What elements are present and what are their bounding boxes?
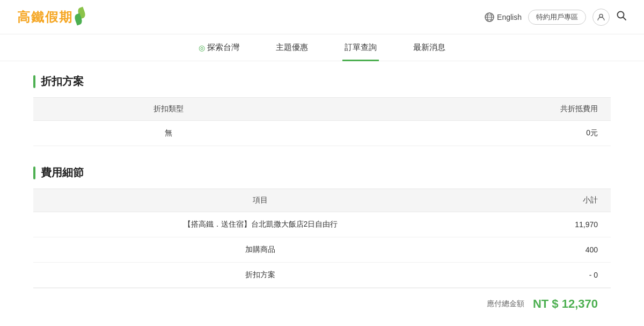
cost-subtotal-0: 11,970	[488, 212, 611, 237]
table-row: 折扣方案 - 0	[33, 263, 611, 288]
cost-item-2: 折扣方案	[33, 263, 488, 288]
discount-table: 折扣類型 共折抵費用 無 0元	[33, 97, 611, 146]
user-icon	[597, 13, 605, 21]
cost-subtotal-1: 400	[488, 237, 611, 263]
discount-col-amount: 共折抵費用	[304, 98, 611, 121]
svg-line-7	[623, 17, 626, 20]
cost-section-title: 費用細節	[33, 165, 611, 180]
cost-col-item: 項目	[33, 189, 488, 212]
cost-table-header: 項目 小計	[33, 189, 611, 212]
language-button[interactable]: English	[485, 12, 522, 22]
discount-table-body: 無 0元	[33, 121, 611, 146]
table-row: 【搭高鐵．送住宿】台北凱撒大飯店2日自由行 11,970	[33, 212, 611, 237]
discount-amount-cell: 0元	[304, 121, 611, 146]
cost-subtotal-2: - 0	[488, 263, 611, 288]
user-icon-button[interactable]	[592, 9, 610, 26]
nav-label-news: 最新消息	[413, 42, 445, 53]
table-row: 加購商品 400	[33, 237, 611, 263]
cost-section: 費用細節 項目 小計 【搭高鐵．送住宿】台北凱撒大飯店2日自由行 11,970 …	[33, 165, 611, 320]
table-row: 無 0元	[33, 121, 611, 146]
logo-text: 高鐵假期	[17, 9, 73, 26]
nav-item-news[interactable]: 最新消息	[411, 34, 448, 61]
discount-table-header: 折扣類型 共折抵費用	[33, 98, 611, 121]
cost-item-1: 加購商品	[33, 237, 488, 263]
discount-type-cell: 無	[33, 121, 304, 146]
nav-label-explore: 探索台灣	[207, 42, 239, 53]
cost-title-text: 費用細節	[41, 165, 84, 180]
cost-item-0: 【搭高鐵．送住宿】台北凱撒大飯店2日自由行	[33, 212, 488, 237]
discount-title-text: 折扣方案	[41, 74, 84, 89]
main-content: 折扣方案 折扣類型 共折抵費用 無 0元 費用細節	[16, 61, 628, 326]
nav-item-promotions[interactable]: 主題優惠	[274, 34, 310, 61]
main-nav: ◎ 探索台灣 主題優惠 訂單查詢 最新消息	[0, 34, 644, 61]
header: 高鐵假期 English 特約用戶專區	[0, 0, 644, 34]
discount-col-type: 折扣類型	[33, 98, 304, 121]
cost-table-body: 【搭高鐵．送住宿】台北凱撒大飯店2日自由行 11,970 加購商品 400 折扣…	[33, 212, 611, 288]
cost-col-subtotal: 小計	[488, 189, 611, 212]
search-icon-button[interactable]	[616, 10, 627, 24]
vip-button[interactable]: 特約用戶專區	[528, 10, 586, 25]
nav-label-orders: 訂單查詢	[345, 42, 377, 53]
total-label: 應付總金額	[487, 299, 524, 309]
nav-item-orders[interactable]: 訂單查詢	[342, 34, 379, 61]
discount-section: 折扣方案 折扣類型 共折抵費用 無 0元	[33, 74, 611, 146]
header-right: English 特約用戶專區	[485, 9, 627, 26]
total-amount: NT $ 12,370	[533, 297, 598, 311]
logo-leaves	[75, 10, 85, 25]
logo: 高鐵假期	[17, 9, 85, 26]
globe-icon	[485, 12, 494, 22]
search-icon	[616, 10, 627, 21]
lang-label: English	[497, 13, 522, 21]
nav-label-promotions: 主題優惠	[276, 42, 308, 53]
pin-icon: ◎	[199, 44, 205, 52]
total-row: 應付總金額 NT $ 12,370	[33, 288, 611, 320]
nav-item-explore[interactable]: ◎ 探索台灣	[196, 34, 241, 61]
cost-table: 項目 小計 【搭高鐵．送住宿】台北凱撒大飯店2日自由行 11,970 加購商品 …	[33, 189, 611, 288]
discount-section-title: 折扣方案	[33, 74, 611, 89]
